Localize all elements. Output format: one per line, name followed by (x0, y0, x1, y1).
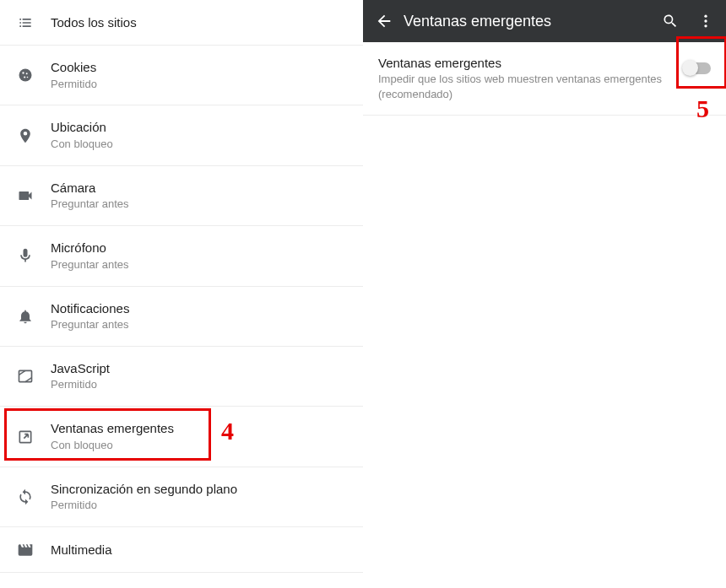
item-subtitle: Con bloqueo (51, 439, 349, 453)
item-location[interactable]: Ubicación Con bloqueo (0, 105, 363, 165)
multimedia-icon (17, 542, 51, 558)
popup-toggle[interactable] (684, 62, 711, 74)
list-icon (17, 14, 51, 31)
svg-point-7 (704, 15, 707, 18)
back-button[interactable] (375, 12, 404, 30)
svg-point-1 (22, 73, 24, 74)
item-title: Ventanas emergentes (51, 420, 349, 437)
more-vert-icon (697, 13, 714, 30)
svg-rect-5 (19, 370, 32, 381)
item-multimedia[interactable]: Multimedia (0, 527, 363, 573)
item-subtitle: Preguntar antes (51, 197, 349, 212)
svg-point-2 (26, 73, 28, 75)
item-title: Todos los sitios (51, 14, 349, 31)
item-subtitle: Preguntar antes (51, 258, 349, 272)
appbar: Ventanas emergentes (363, 0, 726, 42)
search-icon (662, 13, 679, 30)
microphone-icon (17, 247, 51, 264)
item-subtitle: Permitido (51, 78, 349, 92)
item-all-sites[interactable]: Todos los sitios (0, 0, 363, 46)
svg-point-8 (704, 19, 707, 22)
detail-panel: Ventanas emergentes Ventanas emergentes … (363, 0, 726, 588)
arrow-back-icon (375, 12, 393, 30)
item-subtitle: Permitido (51, 378, 349, 392)
item-notifications[interactable]: Notificaciones Preguntar antes (0, 287, 363, 347)
item-subtitle: Permitido (51, 499, 349, 513)
svg-point-9 (704, 24, 707, 27)
location-icon (17, 127, 51, 144)
item-title: Cámara (51, 180, 349, 197)
item-title: JavaScript (51, 360, 349, 377)
popup-icon (17, 429, 51, 445)
item-cookies[interactable]: Cookies Permitido (0, 46, 363, 105)
settings-list: Todos los sitios Cookies Permitido Ubica… (0, 0, 363, 588)
item-microphone[interactable]: Micrófono Preguntar antes (0, 226, 363, 286)
item-background-sync[interactable]: Sincronización en segundo plano Permitid… (0, 467, 363, 527)
cookie-icon (17, 67, 51, 84)
bell-icon (17, 308, 51, 325)
item-title: Notificaciones (51, 300, 349, 317)
svg-point-0 (19, 69, 32, 82)
item-javascript[interactable]: JavaScript Permitido (0, 347, 363, 407)
item-camera[interactable]: Cámara Preguntar antes (0, 166, 363, 226)
setting-title: Ventanas emergentes (378, 56, 669, 70)
javascript-icon (17, 368, 51, 385)
sync-icon (17, 488, 51, 505)
item-title: Multimedia (51, 542, 349, 558)
svg-point-3 (24, 77, 25, 78)
item-title: Ubicación (51, 119, 349, 136)
camera-icon (17, 187, 51, 204)
item-popups[interactable]: Ventanas emergentes Con bloqueo 4 (0, 407, 363, 467)
appbar-title: Ventanas emergentes (404, 13, 662, 30)
item-subtitle: Preguntar antes (51, 318, 349, 332)
item-title: Micrófono (51, 240, 349, 256)
item-subtitle: Con bloqueo (51, 138, 349, 152)
setting-description: Impedir que los sitios web muestren vent… (378, 72, 669, 101)
search-button[interactable] (662, 13, 679, 30)
menu-button[interactable] (697, 13, 714, 30)
popup-setting-row[interactable]: Ventanas emergentes Impedir que los siti… (363, 42, 726, 116)
item-title: Cookies (51, 59, 349, 76)
svg-point-4 (27, 77, 29, 78)
item-title: Sincronización en segundo plano (51, 481, 349, 498)
